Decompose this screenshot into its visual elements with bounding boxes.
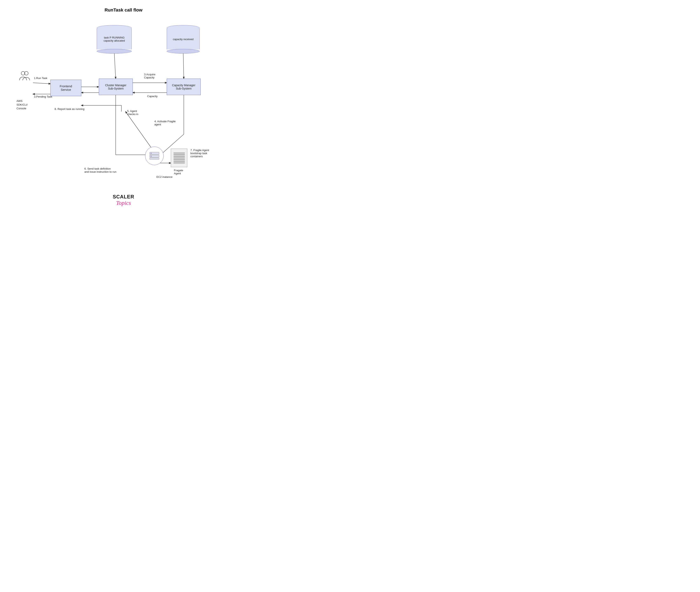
cylinder-task: task P RUNNING capacity allocated <box>97 25 132 53</box>
label-agent-checks: 5. Agentchecks in <box>127 109 138 116</box>
capacity-mgr-label: Capacity Manager Sub-System <box>172 84 196 90</box>
diagram: task P RUNNING capacity allocated capaci… <box>10 19 237 188</box>
box-cluster: Cluster Manager Sub-System <box>99 79 133 95</box>
cluster-label: Cluster Manager Sub-System <box>105 84 127 90</box>
label-send-task: 6. Send task definitionand issue instruc… <box>84 167 116 173</box>
page-title: RunTask call flow <box>105 7 142 13</box>
label-aws: AWS SDK/CLI/ Console <box>16 99 28 110</box>
svg-line-4 <box>33 83 50 84</box>
footer-scaler: SCALER <box>113 194 135 200</box>
svg-rect-22 <box>150 158 159 159</box>
label-acquire: 3.AcquireCapacity <box>144 73 155 79</box>
server-box <box>171 149 187 167</box>
svg-rect-21 <box>150 156 152 157</box>
label-ec2: EC2 inatance <box>156 176 172 179</box>
label-activate: 4. Activate Fragileagent <box>154 120 176 126</box>
footer-topics: Topics <box>113 200 135 206</box>
label-fragate: FragateAgent <box>174 169 183 175</box>
cylinder-capacity: capacity received <box>167 25 200 53</box>
circle-agent <box>145 147 164 165</box>
label-runtask: 1.Run Task <box>34 77 47 80</box>
label-pending: 3.Pending Task <box>34 95 52 98</box>
svg-rect-19 <box>150 153 152 154</box>
svg-line-0 <box>114 52 116 79</box>
label-capacity-ret: Capacity <box>147 95 158 98</box>
frontend-label: Frontend Service <box>60 84 72 91</box>
box-frontend: Frontend Service <box>50 80 81 96</box>
cyl-task-label: task P RUNNING capacity allocated <box>104 36 125 42</box>
person-icon <box>18 70 33 83</box>
footer: SCALER Topics <box>113 194 135 206</box>
label-report: 8. Report task as running <box>55 107 84 110</box>
box-capacity: Capacity Manager Sub-System <box>167 79 201 95</box>
svg-line-10 <box>126 111 153 151</box>
cyl-capacity-label: capacity received <box>173 38 194 41</box>
svg-line-1 <box>183 52 184 79</box>
label-fragile-agent: 7. Fragile Agentbootstrap taskcontainers <box>190 149 209 158</box>
